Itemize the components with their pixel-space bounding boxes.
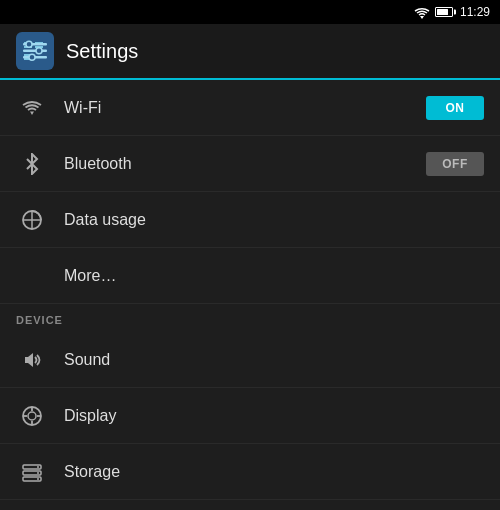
- bluetooth-toggle[interactable]: OFF: [426, 152, 484, 176]
- storage-item[interactable]: Storage: [0, 444, 500, 500]
- status-time: 11:29: [460, 5, 490, 19]
- data-usage-label: Data usage: [64, 211, 484, 229]
- display-item[interactable]: Display: [0, 388, 500, 444]
- sound-label: Sound: [64, 351, 484, 369]
- more-label: More…: [64, 267, 484, 285]
- battery-icon: [435, 7, 453, 17]
- status-bar: 11:29: [0, 0, 500, 24]
- svg-marker-19: [25, 353, 33, 367]
- display-icon: [16, 405, 48, 427]
- data-usage-item[interactable]: Data usage: [0, 192, 500, 248]
- more-item[interactable]: More…: [0, 248, 500, 304]
- wifi-item[interactable]: Wi-Fi ON: [0, 80, 500, 136]
- battery-item[interactable]: Battery: [0, 500, 500, 510]
- data-usage-icon: [16, 209, 48, 231]
- wifi-toggle[interactable]: ON: [426, 96, 484, 120]
- svg-point-13: [36, 48, 42, 54]
- app-header: Settings: [0, 24, 500, 80]
- svg-point-14: [29, 54, 35, 60]
- bluetooth-icon: [16, 153, 48, 175]
- svg-point-29: [37, 466, 39, 468]
- storage-icon: [16, 461, 48, 483]
- svg-marker-0: [420, 16, 424, 19]
- bluetooth-label: Bluetooth: [64, 155, 426, 173]
- storage-label: Storage: [64, 463, 484, 481]
- svg-point-12: [26, 41, 32, 47]
- settings-icon: [22, 38, 48, 64]
- sound-icon: [16, 349, 48, 371]
- wifi-icon: [16, 97, 48, 119]
- sound-item[interactable]: Sound: [0, 332, 500, 388]
- svg-rect-10: [23, 50, 47, 53]
- settings-app-icon: [16, 32, 54, 70]
- bluetooth-item[interactable]: Bluetooth OFF: [0, 136, 500, 192]
- svg-marker-15: [30, 111, 34, 115]
- wifi-status-icon: [414, 6, 430, 19]
- status-icons: 11:29: [414, 5, 490, 19]
- svg-point-21: [28, 412, 36, 420]
- svg-point-30: [37, 472, 39, 474]
- header-title: Settings: [66, 40, 138, 63]
- wifi-label: Wi-Fi: [64, 99, 426, 117]
- device-section-header: DEVICE: [0, 304, 500, 332]
- settings-list: Wi-Fi ON Bluetooth OFF Data usage More… …: [0, 80, 500, 510]
- svg-point-31: [37, 478, 39, 480]
- display-label: Display: [64, 407, 484, 425]
